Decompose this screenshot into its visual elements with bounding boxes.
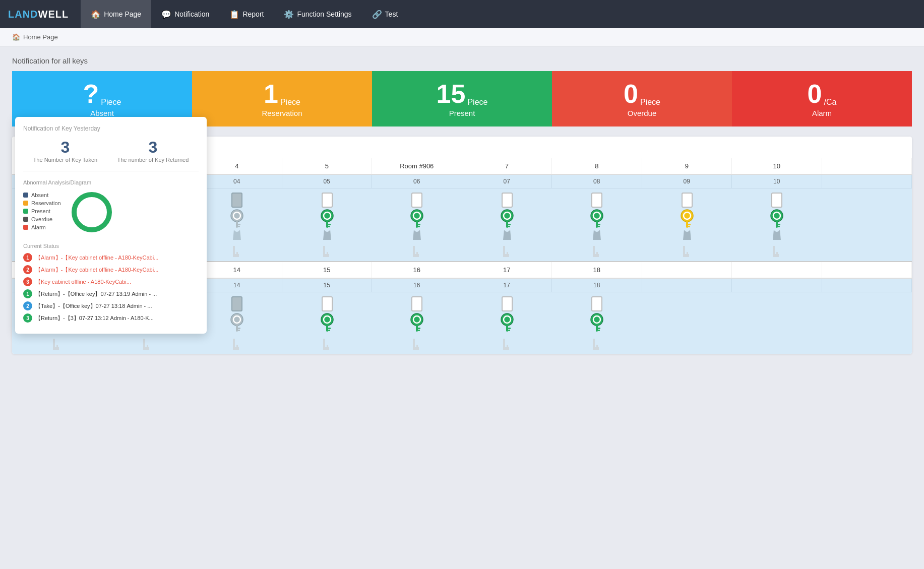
svg-rect-14 <box>238 226 240 227</box>
svg-point-30 <box>591 210 603 222</box>
key-slot-10 <box>732 193 822 240</box>
col2-header-18: 18 <box>552 262 642 278</box>
status-list: 1 【Alarm】-【Key cabinet offline - A180-Ke… <box>23 253 199 323</box>
status-badge-6: 3 <box>23 313 32 323</box>
cell-06: 06 <box>372 175 462 188</box>
key-tag-05 <box>322 193 333 208</box>
key-icon-07 <box>499 209 515 229</box>
key-slot-06 <box>372 193 462 240</box>
cell2-e2 <box>732 279 822 292</box>
key2-e3 <box>822 296 912 333</box>
ghost2-e1 <box>642 339 732 350</box>
svg-rect-28 <box>508 224 511 225</box>
col2-header-e1 <box>642 262 732 278</box>
col-header-9: 9 <box>642 158 732 174</box>
cell-07: 07 <box>462 175 552 188</box>
svg-rect-73 <box>508 328 511 329</box>
col-header-8: 8 <box>552 158 642 174</box>
breadcrumb-home-icon: 🏠 <box>12 33 20 41</box>
legend-list: Absent Reservation Present Overdue Alarm <box>23 192 61 232</box>
nav-test-label: Test <box>385 10 398 18</box>
svg-rect-72 <box>506 325 508 332</box>
key-icon-06 <box>409 209 425 229</box>
svg-rect-62 <box>326 325 328 332</box>
col-header-room906: Room #906 <box>372 158 462 174</box>
popup-stats-row: 3 The Number of Key Taken 3 The number o… <box>23 138 199 171</box>
svg-rect-32 <box>596 221 598 228</box>
status-section-title: Current Status <box>23 243 199 249</box>
breadcrumb-text: Home Page <box>23 33 58 41</box>
key-slot-05 <box>282 193 373 240</box>
popup-stat-returned-number: 3 <box>117 138 189 157</box>
donut-chart <box>69 189 114 235</box>
reservation-label: Reservation <box>262 109 302 117</box>
key2-tag-16 <box>411 296 422 311</box>
popup-stat-returned-label: The number of Key Returned <box>117 157 189 163</box>
key-bottom-04 <box>230 230 244 240</box>
nav-notification[interactable]: 💬 Notification <box>151 0 219 28</box>
legend-label-reservation: Reservation <box>31 200 61 206</box>
key2-tag-17 <box>502 296 513 311</box>
brand-land: LAND <box>8 9 38 20</box>
legend-dot-reservation <box>23 201 28 206</box>
stat-card-present: 15 Piece Present <box>372 71 552 127</box>
popup-title: Notification of Key Yesterday <box>23 125 199 132</box>
key2-slot-15 <box>282 296 373 333</box>
popup-diagram-title: Abnormal Analysis/Diagram <box>23 179 199 185</box>
legend-absent: Absent <box>23 192 61 198</box>
svg-point-80 <box>74 195 109 230</box>
ghost-extra1 <box>822 246 912 257</box>
status-item-6: 3 【Return】-【3】07-27 13:12 Admin - A180-K… <box>23 313 199 323</box>
svg-rect-37 <box>686 221 688 228</box>
col2-header-16: 16 <box>372 262 462 278</box>
legend-reservation: Reservation <box>23 200 61 206</box>
nav-home[interactable]: 🏠 Home Page <box>81 0 151 28</box>
col2-header-e3 <box>822 262 912 278</box>
status-badge-2: 2 <box>23 265 32 274</box>
key-icon-04-absent <box>229 209 245 229</box>
settings-icon: ⚙️ <box>284 10 294 19</box>
status-text-6: 【Return】-【3】07-27 13:12 Admin - A180-K..… <box>35 314 154 322</box>
nav-function-settings[interactable]: ⚙️ Function Settings <box>274 0 361 28</box>
ghost-key-08 <box>552 246 642 257</box>
status-text-3: 【Key cabinet offline - A180-KeyCabi... <box>35 278 131 286</box>
svg-point-70 <box>501 313 513 326</box>
popup-stat-taken: 3 The Number of Key Taken <box>33 138 98 163</box>
key-slot-extra1 <box>822 193 912 240</box>
ghost2-e3 <box>822 339 912 350</box>
absent-label: Absent <box>90 109 114 117</box>
legend-overdue: Overdue <box>23 216 61 222</box>
status-badge-1: 1 <box>23 253 32 262</box>
key2-icon-17 <box>499 312 515 333</box>
svg-rect-17 <box>326 221 328 228</box>
svg-rect-44 <box>778 226 780 227</box>
alarm-number: 0 <box>808 81 822 107</box>
key2-e1 <box>642 296 732 333</box>
popup-stat-returned: 3 The number of Key Returned <box>117 138 189 163</box>
overdue-label: Overdue <box>628 109 657 117</box>
legend-dot-alarm <box>23 225 28 230</box>
status-badge-4: 1 <box>23 289 32 298</box>
ghost2-15 <box>282 339 373 350</box>
alarm-label: Alarm <box>812 109 832 117</box>
ghost2-14 <box>192 339 282 350</box>
navbar: LANDWELL 🏠 Home Page 💬 Notification 📋 Re… <box>0 0 924 28</box>
home-icon: 🏠 <box>91 10 101 19</box>
present-number: 15 <box>437 81 466 107</box>
key-slot-09 <box>642 193 732 240</box>
nav-test[interactable]: 🔗 Test <box>362 0 408 28</box>
ghost2-17 <box>462 339 552 350</box>
status-text-4: 【Return】-【Office key】07-27 13:19 Admin -… <box>35 290 157 298</box>
key-tag-04 <box>231 193 242 208</box>
nav-report[interactable]: 📋 Report <box>219 0 274 28</box>
svg-point-25 <box>501 210 513 222</box>
svg-rect-77 <box>596 325 598 332</box>
key2-tag-14 <box>231 296 242 311</box>
ghost2-12 <box>12 339 102 350</box>
svg-rect-27 <box>506 221 508 228</box>
key2-e2 <box>732 296 822 333</box>
brand-well: WELL <box>38 9 69 20</box>
overdue-number: 0 <box>624 81 638 107</box>
svg-rect-64 <box>328 330 330 331</box>
popup-chart: Absent Reservation Present Overdue Alarm <box>23 189 199 235</box>
